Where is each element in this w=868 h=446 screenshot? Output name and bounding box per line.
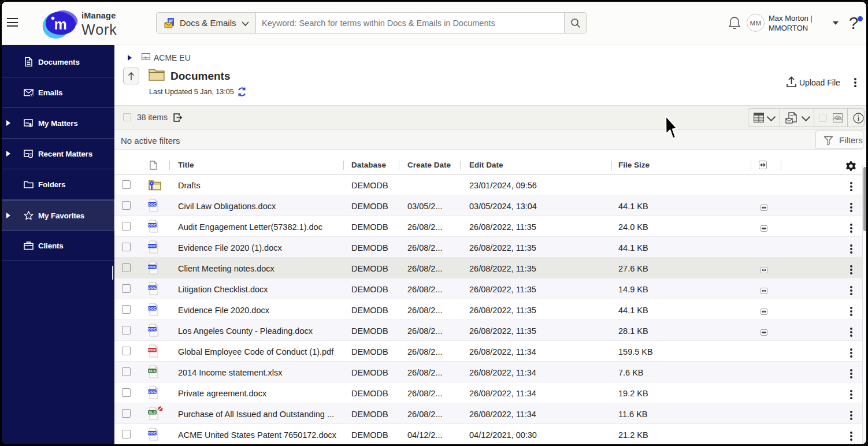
svg-text:DOC: DOC (148, 306, 157, 310)
svg-text:DOC: DOC (148, 431, 157, 435)
svg-text:DOC: DOC (148, 244, 157, 248)
svg-text:XLS: XLS (149, 410, 156, 414)
svg-text:DOC: DOC (148, 327, 157, 331)
svg-text:DOC: DOC (148, 285, 157, 289)
svg-text:DOC: DOC (148, 223, 157, 227)
svg-text:DOC: DOC (148, 202, 157, 206)
svg-text:m: m (54, 16, 67, 32)
svg-text:XLS: XLS (149, 369, 156, 373)
svg-text:PDF: PDF (149, 348, 156, 352)
svg-text:DOC: DOC (148, 389, 157, 393)
svg-text:DOC: DOC (148, 265, 157, 269)
